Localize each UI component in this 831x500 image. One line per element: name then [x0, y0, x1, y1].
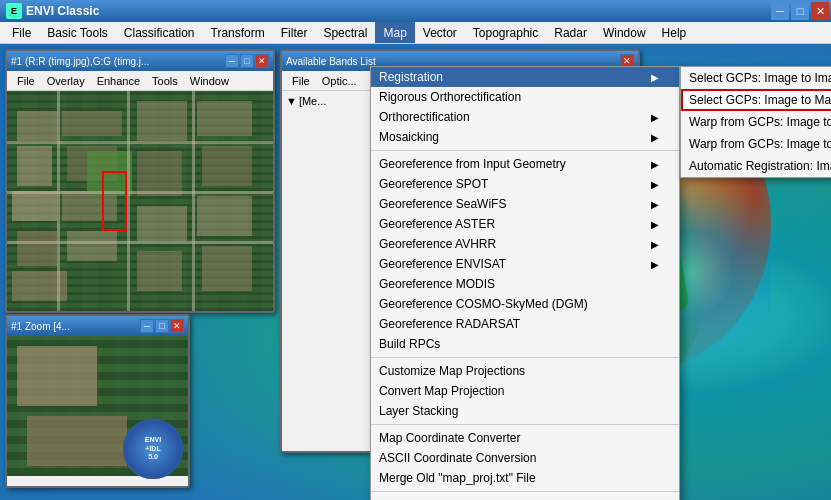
menu-file[interactable]: File [4, 22, 39, 43]
menu-topographic[interactable]: Topographic [465, 22, 546, 43]
map-menu-customize-proj[interactable]: Customize Map Projections [371, 361, 679, 381]
map-menu-georef-envisat-label: Georeference ENVISAT [379, 257, 506, 271]
menu-help[interactable]: Help [654, 22, 695, 43]
img-menu-overlay[interactable]: Overlay [41, 75, 91, 87]
reg-menu-warp-image-to-m[interactable]: Warp from GCPs: Image to M... [681, 133, 831, 155]
map-menu-georef-radarsat[interactable]: Georeference RADARSAT [371, 314, 679, 334]
urban-block [17, 111, 57, 141]
map-dropdown-menu: Registration ▶ Rigorous Orthorectificati… [370, 66, 680, 500]
submenu-arrow-georef-spot: ▶ [651, 179, 659, 190]
map-menu-gps-link[interactable]: GPS-Link [371, 495, 679, 500]
reg-menu-image-to-image[interactable]: Select GCPs: Image to Image [681, 67, 831, 89]
map-menu-georef-spot-label: Georeference SPOT [379, 177, 488, 191]
menu-basic-tools[interactable]: Basic Tools [39, 22, 115, 43]
img-menu-enhance[interactable]: Enhance [91, 75, 146, 87]
map-menu-georef-envisat[interactable]: Georeference ENVISAT ▶ [371, 254, 679, 274]
urban-block [67, 231, 117, 261]
minimize-button[interactable]: ─ [771, 2, 789, 20]
image-close-btn[interactable]: ✕ [255, 54, 269, 68]
zoom-close-btn[interactable]: ✕ [170, 319, 184, 333]
zoom-maximize-btn[interactable]: □ [155, 319, 169, 333]
reg-menu-warp-image-to-im[interactable]: Warp from GCPs: Image to Im... [681, 111, 831, 133]
menu-classification[interactable]: Classification [116, 22, 203, 43]
tree-expand-icon[interactable]: ▼ [286, 95, 297, 107]
zoom-window-title-bar: #1 Zoom [4... ─ □ ✕ [7, 316, 188, 336]
reg-menu-auto-registration[interactable]: Automatic Registration: Image... [681, 155, 831, 177]
urban-block [202, 246, 252, 291]
menu-window[interactable]: Window [595, 22, 654, 43]
image-minimize-btn[interactable]: ─ [225, 54, 239, 68]
img-menu-file[interactable]: File [11, 75, 41, 87]
urban-block [137, 151, 182, 196]
map-menu-layer-stacking-label: Layer Stacking [379, 404, 458, 418]
menu-radar[interactable]: Radar [546, 22, 595, 43]
map-menu-merge-old-label: Merge Old "map_proj.txt" File [379, 471, 536, 485]
main-menu-bar: File Basic Tools Classification Transfor… [0, 22, 831, 44]
road-horizontal [7, 241, 273, 244]
urban-block [17, 146, 52, 186]
map-menu-layer-stacking[interactable]: Layer Stacking [371, 401, 679, 421]
map-menu-georef-input[interactable]: Georeference from Input Geometry ▶ [371, 154, 679, 174]
map-menu-coord-converter[interactable]: Map Coordinate Converter [371, 428, 679, 448]
zoom-window-title-text: #1 Zoom [4... [11, 321, 70, 332]
map-menu-georef-modis[interactable]: Georeference MODIS [371, 274, 679, 294]
map-menu-georef-spot[interactable]: Georeference SPOT ▶ [371, 174, 679, 194]
zoom-minimize-btn[interactable]: ─ [140, 319, 154, 333]
map-menu-georef-cosmo-label: Georeference COSMO-SkyMed (DGM) [379, 297, 588, 311]
bands-menu-file[interactable]: File [286, 75, 316, 87]
map-menu-orthorectification[interactable]: Orthorectification ▶ [371, 107, 679, 127]
urban-block [137, 251, 182, 291]
map-menu-build-rpcs[interactable]: Build RPCs [371, 334, 679, 354]
bands-title-text: Available Bands List [286, 56, 376, 67]
desktop: #1 (R:R (timg.jpg),G:G (timg.j... ─ □ ✕ … [0, 44, 831, 500]
separator-4 [371, 491, 679, 492]
img-menu-window[interactable]: Window [184, 75, 235, 87]
window-controls: ─ □ ✕ [771, 2, 829, 20]
map-menu-customize-proj-label: Customize Map Projections [379, 364, 525, 378]
urban-block [197, 101, 252, 136]
envi-logo-icon-2: ENVI+IDL5.0 [123, 419, 183, 479]
submenu-arrow-georef-avhrr: ▶ [651, 239, 659, 250]
map-menu-merge-old[interactable]: Merge Old "map_proj.txt" File [371, 468, 679, 488]
map-menu-georef-cosmo[interactable]: Georeference COSMO-SkyMed (DGM) [371, 294, 679, 314]
zoom-window: #1 Zoom [4... ─ □ ✕ ENVI5.0 ENVI+IDL5.0 [5, 314, 190, 488]
map-menu-georef-aster-label: Georeference ASTER [379, 217, 495, 231]
road-vertical [57, 91, 60, 311]
menu-transform[interactable]: Transform [203, 22, 273, 43]
menu-spectral[interactable]: Spectral [315, 22, 375, 43]
close-button[interactable]: ✕ [811, 2, 829, 20]
app-icon: E [6, 3, 22, 19]
road-horizontal [7, 141, 273, 144]
map-menu-georef-aster[interactable]: Georeference ASTER ▶ [371, 214, 679, 234]
map-menu-rigorous[interactable]: Rigorous Orthorectification [371, 87, 679, 107]
map-menu-georef-seawifs-label: Georeference SeaWiFS [379, 197, 506, 211]
map-menu-georef-seawifs[interactable]: Georeference SeaWiFS ▶ [371, 194, 679, 214]
map-menu-orthorectification-label: Orthorectification [379, 110, 470, 124]
menu-filter[interactable]: Filter [273, 22, 316, 43]
map-menu-ascii-coord[interactable]: ASCII Coordinate Conversion [371, 448, 679, 468]
submenu-arrow-georef-aster: ▶ [651, 219, 659, 230]
map-menu-registration[interactable]: Registration ▶ [371, 67, 679, 87]
urban-block [197, 196, 252, 236]
reg-menu-image-to-map[interactable]: Select GCPs: Image to Map [681, 89, 831, 111]
reg-menu-image-to-map-label: Select GCPs: Image to Map [689, 93, 831, 107]
map-menu-mosaicking[interactable]: Mosaicking ▶ [371, 127, 679, 147]
image-maximize-btn[interactable]: □ [240, 54, 254, 68]
submenu-arrow-registration: ▶ [651, 72, 659, 83]
map-menu-mosaicking-label: Mosaicking [379, 130, 439, 144]
maximize-button[interactable]: □ [791, 2, 809, 20]
app-title: ENVI Classic [26, 4, 99, 18]
menu-map[interactable]: Map [375, 22, 414, 43]
map-menu-georef-radarsat-label: Georeference RADARSAT [379, 317, 520, 331]
bands-menu-optic[interactable]: Optic... [316, 75, 363, 87]
map-menu-georef-avhrr[interactable]: Georeference AVHRR ▶ [371, 234, 679, 254]
envi-logo-2: ENVI+IDL5.0 [123, 417, 183, 481]
img-menu-tools[interactable]: Tools [146, 75, 184, 87]
image-window-controls: ─ □ ✕ [225, 54, 269, 68]
map-menu-georef-input-label: Georeference from Input Geometry [379, 157, 566, 171]
map-menu-convert-proj[interactable]: Convert Map Projection [371, 381, 679, 401]
submenu-arrow-mosaic: ▶ [651, 132, 659, 143]
menu-vector[interactable]: Vector [415, 22, 465, 43]
road-horizontal [7, 191, 273, 194]
reg-menu-warp-image-to-im-label: Warp from GCPs: Image to Im... [689, 115, 831, 129]
